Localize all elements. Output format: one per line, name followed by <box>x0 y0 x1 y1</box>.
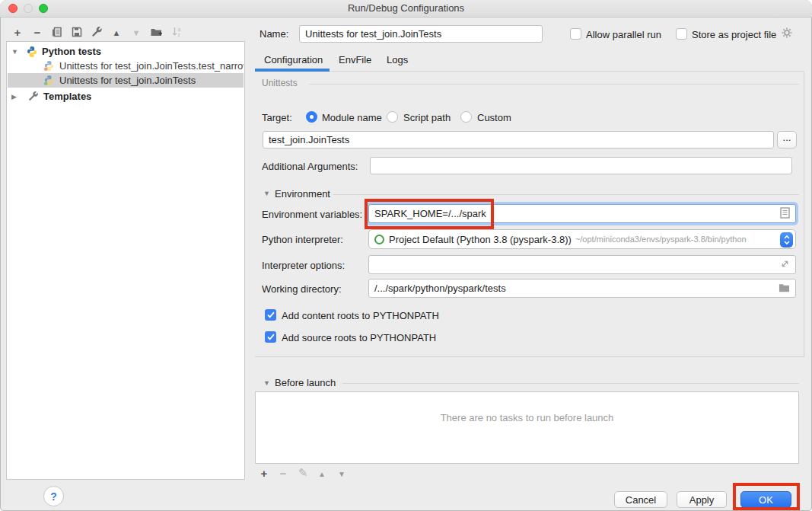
python-icon <box>26 46 38 58</box>
tree-item-templates[interactable]: ▶ Templates <box>8 89 244 104</box>
tree-item-label: Python tests <box>42 46 101 57</box>
tab-divider <box>330 71 804 72</box>
working-directory-value: /.../spark/python/pyspark/tests <box>374 283 506 294</box>
unittests-group-line <box>309 84 799 85</box>
browse-env-vars-icon[interactable] <box>780 207 790 221</box>
run-debug-configurations-dialog: Run/Debug Configurations + − ▲ ▼ az ▼ Py… <box>0 0 812 511</box>
working-directory-label: Working directory: <box>262 283 342 295</box>
environment-variables-input[interactable]: SPARK_HOME=/.../spark <box>368 204 796 223</box>
ellipsis-icon: ... <box>783 132 791 143</box>
conda-environment-icon <box>374 235 384 244</box>
svg-text:z: z <box>178 32 180 37</box>
title-bar: Run/Debug Configurations <box>0 0 812 18</box>
before-launch-collapse-icon[interactable]: ▼ <box>263 379 270 387</box>
move-up-icon[interactable]: ▲ <box>110 26 123 40</box>
tree-item-python-tests[interactable]: ▼ Python tests <box>8 44 244 59</box>
config-panel-bottom-line <box>255 356 804 357</box>
radio-script-path[interactable] <box>387 111 398 123</box>
radio-module-name[interactable] <box>306 111 317 123</box>
gear-icon[interactable] <box>781 27 793 41</box>
add-content-roots-checkbox[interactable] <box>265 309 276 321</box>
wrench-icon <box>27 91 40 103</box>
tab-logs[interactable]: Logs <box>387 54 408 65</box>
browse-button[interactable]: ... <box>777 131 797 149</box>
unittests-group-label: Unittests <box>262 78 298 88</box>
name-label: Name: <box>260 28 288 40</box>
environment-variables-label: Environment variables: <box>262 209 362 220</box>
copy-icon[interactable] <box>50 25 64 39</box>
tree-item-label: Templates <box>43 91 91 102</box>
environment-collapse-icon[interactable]: ▼ <box>263 190 270 197</box>
environment-variables-value: SPARK_HOME=/.../spark <box>374 208 486 219</box>
add-icon[interactable]: + <box>11 25 24 39</box>
expand-field-icon[interactable] <box>780 259 790 271</box>
interpreter-options-input[interactable] <box>368 255 796 274</box>
python-test-icon <box>43 75 56 87</box>
python-interpreter-path: ~/opt/miniconda3/envs/pyspark-3.8/bin/py… <box>575 235 747 244</box>
radio-script-path-label: Script path <box>403 112 451 123</box>
svg-text:a: a <box>178 27 181 32</box>
edit-templates-wrench-icon[interactable] <box>90 25 103 39</box>
additional-arguments-input[interactable] <box>370 157 792 174</box>
move-task-up-icon[interactable]: ▲ <box>315 467 329 481</box>
help-button[interactable]: ? <box>43 486 64 506</box>
new-folder-icon[interactable] <box>149 25 163 39</box>
python-interpreter-label: Python interpreter: <box>262 234 343 245</box>
interpreter-options-label: Interpreter options: <box>262 260 345 271</box>
move-down-icon[interactable]: ▼ <box>129 26 143 40</box>
module-name-input[interactable] <box>263 131 774 149</box>
environment-group-line <box>333 194 799 195</box>
add-source-roots-checkbox[interactable] <box>265 331 276 343</box>
no-tasks-message: There are no tasks to run before launch <box>441 412 614 423</box>
allow-parallel-run-checkbox[interactable] <box>570 28 581 40</box>
add-content-roots-label: Add content roots to PYTHONPATH <box>282 310 439 321</box>
remove-task-icon[interactable]: − <box>276 466 290 480</box>
radio-custom[interactable] <box>460 111 472 123</box>
tree-item-label: Unittests for test_join.JoinTests.test_n… <box>59 60 244 72</box>
apply-button[interactable]: Apply <box>677 491 727 508</box>
remove-icon[interactable]: − <box>30 25 44 39</box>
configurations-tree-panel: ▼ Python tests Unittests for test_join.J… <box>6 41 245 480</box>
environment-group-label[interactable]: Environment <box>275 188 330 200</box>
additional-arguments-label: Additional Arguments: <box>262 161 358 172</box>
before-launch-tasks-panel: There are no tasks to run before launch <box>255 391 799 464</box>
ok-button[interactable]: OK <box>740 491 791 508</box>
radio-custom-label: Custom <box>477 112 511 123</box>
python-test-icon <box>43 60 56 72</box>
window-title: Run/Debug Configurations <box>0 2 812 14</box>
add-task-icon[interactable]: + <box>257 466 271 480</box>
python-interpreter-select[interactable]: Project Default (Python 3.8 (pyspark-3.8… <box>368 229 796 249</box>
active-tab-underline <box>255 69 330 72</box>
allow-parallel-run-label: Allow parallel run <box>586 29 661 40</box>
python-interpreter-value: Project Default (Python 3.8 (pyspark-3.8… <box>389 234 572 245</box>
chevron-down-icon[interactable]: ▼ <box>11 48 21 56</box>
edit-task-pencil-icon[interactable]: ✎ <box>296 466 310 480</box>
folder-browse-icon[interactable] <box>779 283 790 295</box>
tab-configuration[interactable]: Configuration <box>264 54 323 65</box>
before-launch-group-line <box>342 383 799 384</box>
tree-item-unittests-jointests-selected[interactable]: Unittests for test_join.JoinTests <box>8 73 244 88</box>
radio-module-name-label: Module name <box>322 112 382 123</box>
add-source-roots-label: Add source roots to PYTHONPATH <box>282 332 436 343</box>
store-as-project-file-label: Store as project file <box>692 29 776 40</box>
tree-item-unittests-test-narrow[interactable]: Unittests for test_join.JoinTests.test_n… <box>8 59 244 73</box>
dropdown-spinner-icon[interactable] <box>780 232 793 248</box>
tree-item-label: Unittests for test_join.JoinTests <box>59 75 196 86</box>
help-icon: ? <box>50 490 57 503</box>
config-panel-right-edge <box>804 72 804 357</box>
name-input[interactable] <box>299 25 543 43</box>
save-icon[interactable] <box>70 25 84 39</box>
tab-envfile[interactable]: EnvFile <box>339 54 371 65</box>
cancel-button[interactable]: Cancel <box>614 491 667 508</box>
chevron-right-icon[interactable]: ▶ <box>11 93 21 101</box>
target-label: Target: <box>262 112 292 123</box>
store-as-project-file-checkbox[interactable] <box>676 28 687 40</box>
move-task-down-icon[interactable]: ▼ <box>335 467 349 481</box>
sort-alphabetically-icon[interactable]: az <box>170 25 184 39</box>
before-launch-group-label[interactable]: Before launch <box>275 377 336 388</box>
working-directory-input[interactable]: /.../spark/python/pyspark/tests <box>368 279 796 298</box>
